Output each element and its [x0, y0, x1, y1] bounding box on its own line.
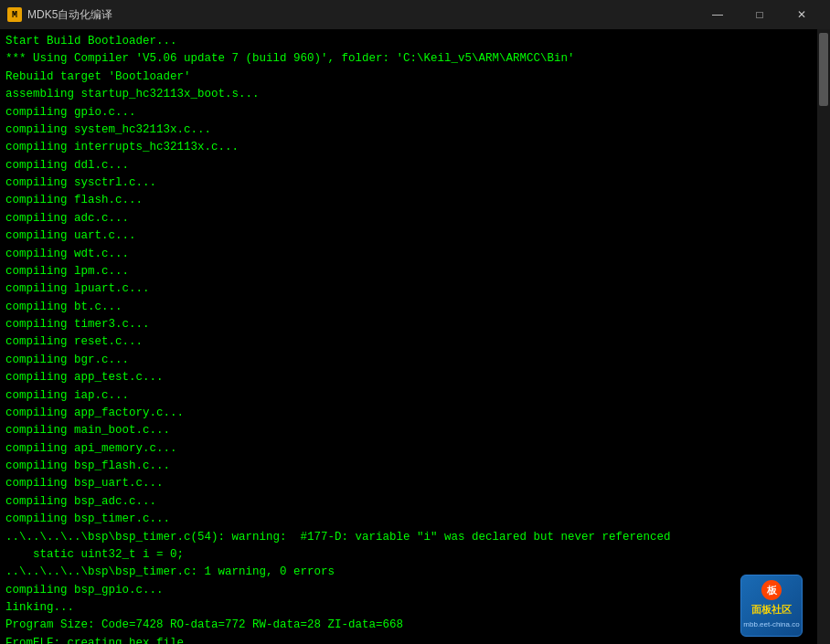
- terminal-line: compiling interrupts_hc32113x.c...: [5, 139, 812, 156]
- terminal-line: compiling ddl.c...: [5, 157, 812, 174]
- terminal-line: compiling bsp_timer.c...: [5, 511, 812, 528]
- terminal-line: compiling main_boot.c...: [5, 422, 812, 439]
- terminal-line: compiling lpuart.c...: [5, 280, 812, 298]
- terminal-line: compiling gpio.c...: [5, 104, 812, 121]
- app-icon: M: [7, 7, 22, 22]
- terminal-line: compiling adc.c...: [5, 210, 812, 227]
- title-bar: M MDK5自动化编译 — □ ✕: [0, 0, 830, 29]
- terminal-line: compiling uart.c...: [5, 227, 812, 245]
- terminal-line: ..\..\..\..\bsp\bsp_timer.c: 1 warning, …: [5, 564, 812, 581]
- watermark-title: 面板社区: [751, 602, 792, 618]
- terminal-line: compiling reset.c...: [5, 333, 812, 351]
- terminal-line: Start Build Bootloader...: [5, 33, 812, 50]
- watermark-url: mbb.eet-china.co: [743, 619, 799, 630]
- terminal-line: compiling sysctrl.c...: [5, 174, 812, 192]
- terminal-line: assembling startup_hc32113x_boot.s...: [5, 86, 812, 103]
- terminal-line: compiling lpm.c...: [5, 263, 812, 280]
- terminal-line: compiling system_hc32113x.c...: [5, 121, 812, 139]
- terminal-line: compiling app_test.c...: [5, 369, 812, 386]
- scrollbar-track[interactable]: [817, 29, 830, 644]
- terminal-line: static uint32_t i = 0;: [5, 546, 812, 564]
- terminal-line: compiling iap.c...: [5, 387, 812, 405]
- window-controls: — □ ✕: [697, 0, 823, 29]
- scrollbar-thumb[interactable]: [819, 33, 828, 106]
- terminal-line: compiling bsp_gpio.c...: [5, 582, 812, 599]
- maximize-button[interactable]: □: [739, 0, 781, 29]
- window-title: MDK5自动化编译: [27, 7, 112, 23]
- watermark-image: 板 面板社区 mbb.eet-china.co: [740, 575, 803, 637]
- terminal-line: compiling api_memory.c...: [5, 440, 812, 458]
- terminal-line: compiling bsp_uart.c...: [5, 475, 812, 492]
- terminal-line: compiling bt.c...: [5, 299, 812, 316]
- main-content: Start Build Bootloader...*** Using Compi…: [0, 29, 830, 644]
- terminal-output: Start Build Bootloader...*** Using Compi…: [0, 29, 817, 644]
- title-bar-left: M MDK5自动化编译: [7, 7, 112, 23]
- terminal-line: compiling wdt.c...: [5, 246, 812, 263]
- terminal-line: Rebuild target 'Bootloader': [5, 69, 812, 86]
- terminal-line: ..\..\..\..\bsp\bsp_timer.c(54): warning…: [5, 529, 812, 546]
- terminal-line: *** Using Compiler 'V5.06 update 7 (buil…: [5, 50, 812, 68]
- terminal-line: compiling timer3.c...: [5, 316, 812, 333]
- watermark-badge: 板 面板社区 mbb.eet-china.co: [740, 575, 803, 637]
- close-button[interactable]: ✕: [781, 0, 823, 29]
- minimize-button[interactable]: —: [697, 0, 739, 29]
- terminal-line: compiling bgr.c...: [5, 352, 812, 369]
- terminal-line: compiling bsp_flash.c...: [5, 458, 812, 475]
- terminal-line: compiling bsp_adc.c...: [5, 493, 812, 511]
- terminal-line: compiling app_factory.c...: [5, 405, 812, 422]
- terminal-line: linking...: [5, 599, 812, 617]
- terminal-line: compiling flash.c...: [5, 192, 812, 209]
- terminal-line: FromELF: creating hex file...: [5, 635, 812, 644]
- terminal-line: Program Size: Code=7428 RO-data=772 RW-d…: [5, 617, 812, 634]
